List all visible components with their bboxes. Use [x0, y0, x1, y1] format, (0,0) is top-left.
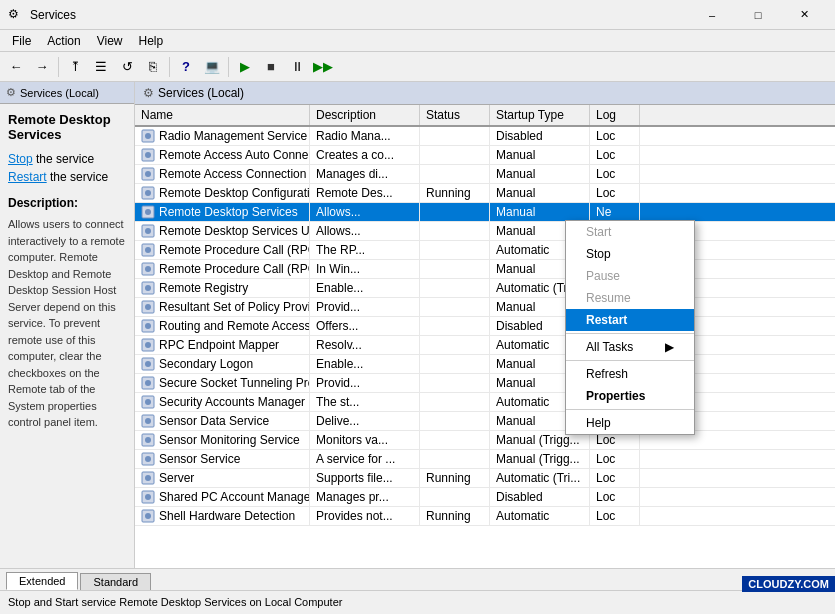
ctx-item-refresh[interactable]: Refresh: [566, 363, 694, 385]
table-row[interactable]: Sensor Service A service for ... Manual …: [135, 450, 835, 469]
table-row[interactable]: Remote Desktop Configurati... Remote Des…: [135, 184, 835, 203]
minimize-button[interactable]: –: [689, 0, 735, 30]
table-row[interactable]: Security Accounts Manager The st... Auto…: [135, 393, 835, 412]
toolbar-stop[interactable]: ■: [259, 55, 283, 79]
window-controls: – □ ✕: [689, 0, 827, 30]
watermark: CLOUDZY.COM: [742, 576, 835, 592]
td-status: [420, 165, 490, 183]
stop-link-text: the service: [36, 152, 94, 166]
selected-service-name: Remote Desktop Services: [8, 112, 126, 142]
menu-action[interactable]: Action: [39, 32, 88, 50]
context-menu: StartStopPauseResumeRestartAll Tasks ▶Re…: [565, 220, 695, 435]
table-row[interactable]: Remote Desktop Services Allows... Manual…: [135, 203, 835, 222]
toolbar-resume[interactable]: ▶▶: [311, 55, 335, 79]
td-desc: The st...: [310, 393, 420, 411]
td-status: Running: [420, 184, 490, 202]
table-row[interactable]: Sensor Data Service Delive... Manual Loc: [135, 412, 835, 431]
table-row[interactable]: Resultant Set of Policy Provi... Provid.…: [135, 298, 835, 317]
table-row[interactable]: Remote Procedure Call (RPC) The RP... Au…: [135, 241, 835, 260]
td-desc: Enable...: [310, 355, 420, 373]
table-row[interactable]: Remote Procedure Call (RPC)... In Win...…: [135, 260, 835, 279]
service-icon: [141, 395, 155, 409]
table-row[interactable]: Radio Management Service Radio Mana... D…: [135, 127, 835, 146]
service-name-text: Remote Access Connection ...: [159, 167, 310, 181]
table-rows-container: Radio Management Service Radio Mana... D…: [135, 127, 835, 526]
td-desc: Provides not...: [310, 507, 420, 525]
table-row[interactable]: Remote Access Connection ... Manages di.…: [135, 165, 835, 184]
status-text: Stop and Start service Remote Desktop Se…: [8, 596, 342, 608]
svg-point-3: [145, 152, 151, 158]
toolbar-computer[interactable]: 💻: [200, 55, 224, 79]
td-status: [420, 222, 490, 240]
service-icon: [141, 148, 155, 162]
td-startup: Disabled: [490, 127, 590, 145]
table-row[interactable]: RPC Endpoint Mapper Resolv... Automatic …: [135, 336, 835, 355]
td-desc: Provid...: [310, 298, 420, 316]
service-icon: [141, 300, 155, 314]
svg-point-21: [145, 323, 151, 329]
tab-standard[interactable]: Standard: [80, 573, 151, 590]
ctx-item-help[interactable]: Help: [566, 412, 694, 434]
td-log: Loc: [590, 165, 640, 183]
td-name: Radio Management Service: [135, 127, 310, 145]
table-row[interactable]: Routing and Remote Access Offers... Disa…: [135, 317, 835, 336]
toolbar-refresh[interactable]: ↺: [115, 55, 139, 79]
table-row[interactable]: Secure Socket Tunneling Pro... Provid...…: [135, 374, 835, 393]
col-header-status[interactable]: Status: [420, 105, 490, 125]
ctx-item-all-tasks[interactable]: All Tasks ▶: [566, 336, 694, 358]
toolbar-up[interactable]: ⤒: [63, 55, 87, 79]
service-name-text: Remote Desktop Services Us...: [159, 224, 310, 238]
restart-link[interactable]: Restart: [8, 170, 47, 184]
toolbar-back[interactable]: ←: [4, 55, 28, 79]
tab-extended[interactable]: Extended: [6, 572, 78, 590]
menu-view[interactable]: View: [89, 32, 131, 50]
toolbar-export[interactable]: ⎘: [141, 55, 165, 79]
service-name-text: Security Accounts Manager: [159, 395, 305, 409]
toolbar-pause[interactable]: ⏸: [285, 55, 309, 79]
menu-file[interactable]: File: [4, 32, 39, 50]
table-row[interactable]: Server Supports file... Running Automati…: [135, 469, 835, 488]
ctx-item-properties[interactable]: Properties: [566, 385, 694, 407]
td-desc: Delive...: [310, 412, 420, 430]
td-name: Remote Procedure Call (RPC): [135, 241, 310, 259]
td-desc: Remote Des...: [310, 184, 420, 202]
ctx-sep: [566, 409, 694, 410]
table-row[interactable]: Shell Hardware Detection Provides not...…: [135, 507, 835, 526]
menu-help[interactable]: Help: [131, 32, 172, 50]
ctx-item-pause: Pause: [566, 265, 694, 287]
td-desc: Resolv...: [310, 336, 420, 354]
table-row[interactable]: Secondary Logon Enable... Manual Loc: [135, 355, 835, 374]
table-row[interactable]: Sensor Monitoring Service Monitors va...…: [135, 431, 835, 450]
td-desc: Monitors va...: [310, 431, 420, 449]
col-header-desc[interactable]: Description: [310, 105, 420, 125]
maximize-button[interactable]: □: [735, 0, 781, 30]
service-name-text: Secondary Logon: [159, 357, 253, 371]
svg-point-41: [145, 513, 151, 519]
toolbar-show-hide[interactable]: ☰: [89, 55, 113, 79]
service-icon: [141, 319, 155, 333]
table-row[interactable]: Remote Access Auto Connec... Creates a c…: [135, 146, 835, 165]
td-name: Remote Access Connection ...: [135, 165, 310, 183]
toolbar-forward[interactable]: →: [30, 55, 54, 79]
td-status: [420, 488, 490, 506]
close-button[interactable]: ✕: [781, 0, 827, 30]
services-table[interactable]: Name Description Status Startup Type Log…: [135, 105, 835, 568]
svg-point-33: [145, 437, 151, 443]
col-header-name[interactable]: Name: [135, 105, 310, 125]
svg-point-1: [145, 133, 151, 139]
table-row[interactable]: Remote Desktop Services Us... Allows... …: [135, 222, 835, 241]
table-row[interactable]: Shared PC Account Manager Manages pr... …: [135, 488, 835, 507]
ctx-item-restart[interactable]: Restart: [566, 309, 694, 331]
toolbar-help[interactable]: ?: [174, 55, 198, 79]
td-status: [420, 298, 490, 316]
col-header-startup[interactable]: Startup Type: [490, 105, 590, 125]
table-row[interactable]: Remote Registry Enable... Automatic (Tri…: [135, 279, 835, 298]
td-startup: Manual: [490, 165, 590, 183]
service-name-text: Shell Hardware Detection: [159, 509, 295, 523]
col-header-log[interactable]: Log: [590, 105, 640, 125]
toolbar-start[interactable]: ▶: [233, 55, 257, 79]
service-icon: [141, 338, 155, 352]
stop-link[interactable]: Stop: [8, 152, 33, 166]
td-startup: Manual (Trigg...: [490, 450, 590, 468]
ctx-item-stop[interactable]: Stop: [566, 243, 694, 265]
